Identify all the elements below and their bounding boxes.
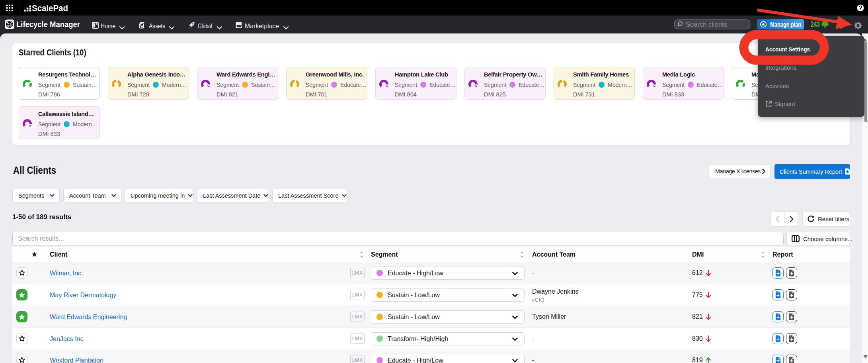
svg-text:?: ? (858, 5, 862, 12)
svg-text:Assets: Assets (149, 22, 165, 30)
svg-text:ScalePad: ScalePad (32, 4, 68, 13)
svg-text:Home: Home (101, 22, 115, 30)
svg-text:Search clients: Search clients (686, 21, 727, 28)
svg-text:Manage plan: Manage plan (770, 21, 801, 28)
svg-text:243: 243 (811, 20, 820, 28)
svg-text:Global: Global (198, 22, 212, 30)
svg-text:Lifecycle Manager: Lifecycle Manager (16, 20, 80, 29)
svg-text:Marketplace: Marketplace (245, 22, 279, 30)
